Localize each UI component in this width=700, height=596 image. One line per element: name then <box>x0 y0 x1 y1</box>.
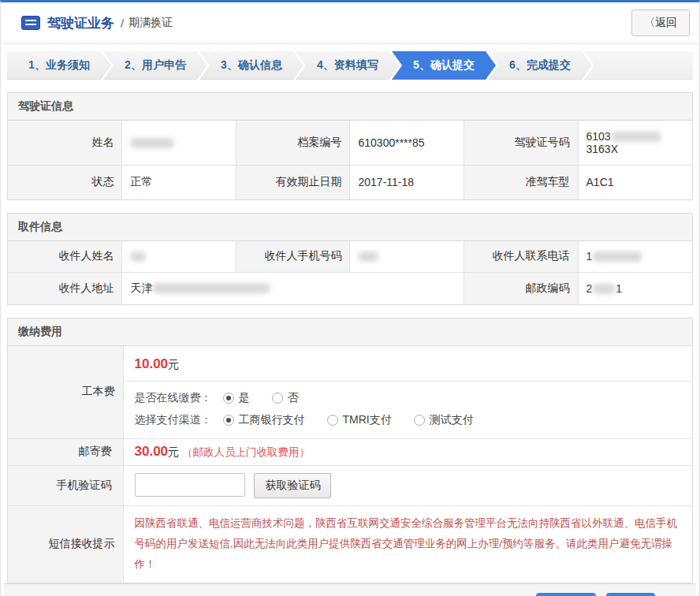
post-fee-note: （邮政人员上门收取费用） <box>182 446 310 458</box>
table-row: 姓名 档案编号 610300****85 驾驶证号码 61033163X <box>8 121 692 166</box>
class-value: A1C1 <box>578 166 692 199</box>
name-value <box>122 121 236 166</box>
license-info-section: 驾驶证信息 姓名 档案编号 610300****85 驾驶证号码 6103316… <box>7 92 693 200</box>
step-2[interactable]: 2、用户申告 <box>103 51 207 80</box>
table-row: 收件人地址 天津 邮政编码 21 <box>8 273 692 304</box>
finish-button[interactable]: 完成 <box>606 593 655 596</box>
recipient-mobile-label: 收件人手机号码 <box>236 241 350 273</box>
radio-icon[interactable] <box>272 393 283 404</box>
postcode-prefix: 2 <box>586 282 593 295</box>
work-fee-label: 工本费 <box>8 346 123 439</box>
step-3[interactable]: 3、确认信息 <box>199 51 303 80</box>
recipient-name-label: 收件人姓名 <box>8 241 122 273</box>
license-no-label: 驾驶证号码 <box>464 121 578 166</box>
option-label: 工商银行支付 <box>239 413 305 427</box>
option-label: TMRI支付 <box>343 413 392 427</box>
sms-notice-text: 因陕西省联通、电信运营商技术问题，陕西省互联网交通安全综合服务管理平台无法向持陕… <box>123 505 692 582</box>
pay-channel-option-tmri[interactable]: TMRI支付 <box>327 413 392 427</box>
payment-options: 是否在线缴费： 是 否 选择支付渠道： 工商银行支付 TMRI支付 测试支付 <box>124 382 693 438</box>
online-pay-option-no[interactable]: 否 <box>272 391 299 405</box>
header: 驾驶证业务 / 期满换证 〈返回 <box>1 2 699 44</box>
address-label: 收件人地址 <box>8 273 122 304</box>
online-pay-option-yes[interactable]: 是 <box>223 391 250 405</box>
name-label: 姓名 <box>8 121 122 166</box>
step-6[interactable]: 6、完成提交 <box>488 51 592 80</box>
captcha-label: 手机验证码 <box>8 465 123 505</box>
work-fee-row: 工本费 10.00元 是否在线缴费： 是 否 选择支付渠道： 工商银行支付 <box>8 346 692 439</box>
recipient-phone-value: 1 <box>578 241 692 273</box>
option-label: 是 <box>239 391 250 405</box>
recipient-mobile-value <box>350 241 464 273</box>
fees-section: 缴纳费用 工本费 10.00元 是否在线缴费： 是 否 选择支 <box>7 318 693 583</box>
form-list-icon <box>21 16 40 30</box>
license-no-suffix: 3163X <box>586 143 618 155</box>
recipient-phone-prefix: 1 <box>586 250 593 263</box>
redacted-recipient-mobile <box>358 251 378 262</box>
recipient-phone-label: 收件人联系电话 <box>464 241 578 273</box>
redacted-recipient-name <box>130 251 146 262</box>
redacted-address <box>152 283 270 293</box>
footer-bar: 上一步 完成 <box>4 583 696 596</box>
pickup-info-table: 收件人姓名 收件人手机号码 收件人联系电话 1 收件人地址 天津 邮政编码 21 <box>8 241 692 304</box>
pay-channel-option-test[interactable]: 测试支付 <box>414 413 474 427</box>
option-label: 测试支付 <box>430 413 474 427</box>
step-bar-filler <box>584 51 693 80</box>
recipient-name-value <box>122 241 236 273</box>
file-no-value: 610300****85 <box>350 121 464 166</box>
back-button[interactable]: 〈返回 <box>631 9 690 36</box>
radio-icon[interactable] <box>223 415 234 426</box>
radio-icon[interactable] <box>327 415 338 426</box>
post-fee-row: 邮寄费 30.00元（邮政人员上门收取费用） <box>8 438 692 465</box>
pickup-info-section: 取件信息 收件人姓名 收件人手机号码 收件人联系电话 1 收件人地址 天津 邮政… <box>7 213 693 305</box>
breadcrumb-separator: / <box>121 17 124 30</box>
table-row: 状态 正常 有效期止日期 2017-11-18 准驾车型 A1C1 <box>8 166 692 199</box>
post-fee-amount: 30.00 <box>135 444 169 459</box>
address-prefix: 天津 <box>130 281 152 294</box>
page-title: 驾驶证业务 <box>47 14 114 32</box>
postcode-suffix: 1 <box>616 282 622 295</box>
fees-table: 工本费 10.00元 是否在线缴费： 是 否 选择支付渠道： 工商银行支付 <box>8 346 692 583</box>
breadcrumb-current: 期满换证 <box>128 16 173 30</box>
redacted-name <box>130 138 174 148</box>
sms-notice-row: 短信接收提示 因陕西省联通、电信运营商技术问题，陕西省互联网交通安全综合服务管理… <box>8 505 692 582</box>
step-4[interactable]: 4、资料填写 <box>296 51 400 80</box>
pay-channel-question-line: 选择支付渠道： 工商银行支付 TMRI支付 测试支付 <box>135 409 682 431</box>
pay-channel-question: 选择支付渠道： <box>135 413 212 427</box>
post-fee-unit: 元 <box>168 445 179 458</box>
post-fee-label: 邮寄费 <box>8 438 123 465</box>
work-fee-unit: 元 <box>168 358 179 371</box>
status-label: 状态 <box>8 166 122 199</box>
work-fee-content: 10.00元 是否在线缴费： 是 否 选择支付渠道： 工商银行支付 TMRI支付 <box>123 346 692 439</box>
radio-icon[interactable] <box>414 415 425 426</box>
class-label: 准驾车型 <box>464 166 578 199</box>
address-value: 天津 <box>122 273 464 304</box>
captcha-content: 获取验证码 <box>123 465 692 505</box>
captcha-input[interactable] <box>135 473 245 497</box>
radio-icon[interactable] <box>223 393 234 404</box>
expiry-value: 2017-11-18 <box>350 166 464 199</box>
page: 驾驶证业务 / 期满换证 〈返回 1、业务须知 2、用户申告 3、确认信息 4、… <box>0 0 700 596</box>
license-no-value: 61033163X <box>578 121 692 166</box>
file-no-label: 档案编号 <box>236 121 350 166</box>
redacted-postcode <box>592 284 616 294</box>
fees-title: 缴纳费用 <box>8 318 692 346</box>
get-captcha-button[interactable]: 获取验证码 <box>254 473 331 498</box>
step-5[interactable]: 5、确认提交 <box>392 51 496 80</box>
status-value: 正常 <box>122 166 236 199</box>
previous-step-button[interactable]: 上一步 <box>536 593 596 596</box>
work-fee-amount-line: 10.00元 <box>124 346 693 382</box>
license-info-table: 姓名 档案编号 610300****85 驾驶证号码 61033163X 状态 … <box>8 121 692 199</box>
pickup-info-title: 取件信息 <box>8 214 692 241</box>
table-row: 收件人姓名 收件人手机号码 收件人联系电话 1 <box>8 241 692 273</box>
license-info-title: 驾驶证信息 <box>8 93 692 121</box>
step-1[interactable]: 1、业务须知 <box>7 51 111 80</box>
redacted-license-no <box>611 132 661 142</box>
work-fee-amount: 10.00 <box>135 356 169 371</box>
captcha-row: 手机验证码 获取验证码 <box>8 465 692 505</box>
option-label: 否 <box>288 391 299 405</box>
pay-channel-option-icbc[interactable]: 工商银行支付 <box>223 413 305 427</box>
postcode-value: 21 <box>578 273 692 304</box>
online-pay-question: 是否在线缴费： <box>135 391 212 405</box>
online-pay-question-line: 是否在线缴费： 是 否 <box>135 387 682 409</box>
expiry-label: 有效期止日期 <box>236 166 350 199</box>
